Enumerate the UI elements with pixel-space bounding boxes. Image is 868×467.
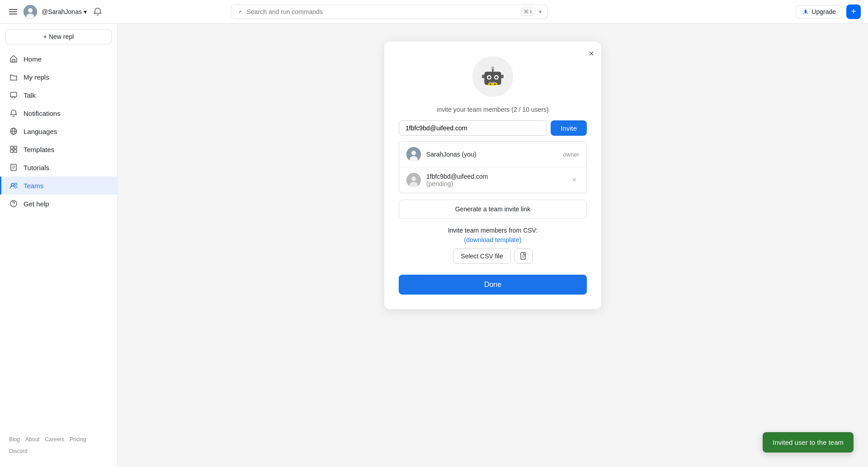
search-shortcut: ⌘ k [521, 8, 535, 16]
sidebar-item-label-get-help: Get help [24, 200, 49, 208]
svg-point-25 [489, 77, 490, 78]
robot-icon [472, 56, 513, 97]
csv-title: Invite team members from CSV: [399, 227, 587, 234]
close-icon: × [589, 48, 594, 58]
footer-link-careers[interactable]: Careers [45, 436, 64, 443]
question-icon [9, 199, 18, 208]
sidebar-item-label-notifications: Notifications [24, 110, 61, 117]
sidebar-item-my-repls[interactable]: My repls [0, 68, 117, 86]
sidebar-item-label-languages: Languages [24, 128, 57, 135]
csv-icon-button[interactable] [514, 248, 533, 264]
users-icon [9, 181, 18, 190]
sidebar-item-label-my-repls: My repls [24, 73, 49, 81]
topbar: @SarahJonas ▾ ⌘ k ▾ Upgrade [0, 0, 868, 24]
sidebar-item-templates[interactable]: Templates [0, 140, 117, 158]
upgrade-button[interactable]: Upgrade [796, 5, 843, 19]
shortcut-k: k [530, 9, 533, 15]
sidebar-item-notifications[interactable]: Notifications [0, 104, 117, 122]
toast-notification: Invited user to the team [763, 432, 854, 453]
member-avatar-pending [406, 173, 421, 187]
svg-point-19 [13, 205, 14, 206]
csv-file-icon [519, 252, 528, 260]
svg-rect-8 [10, 92, 17, 97]
svg-rect-7 [12, 59, 15, 62]
svg-rect-1 [9, 11, 17, 12]
svg-point-29 [491, 67, 494, 69]
search-expand-icon: ▾ [539, 9, 542, 15]
search-input[interactable] [247, 8, 517, 15]
svg-point-17 [15, 183, 17, 186]
footer-link-about[interactable]: About [25, 436, 39, 443]
svg-rect-30 [482, 75, 485, 78]
user-avatar [24, 5, 37, 19]
robot-avatar-container [399, 56, 587, 97]
svg-rect-34 [494, 84, 496, 85]
pending-email: 1fbfc9bd@uifeed.com [426, 173, 488, 180]
book-icon [9, 163, 18, 172]
notifications-bell-button[interactable] [91, 5, 104, 18]
shortcut-cmd: ⌘ [524, 9, 529, 15]
search-bar[interactable]: ⌘ k ▾ [231, 5, 547, 19]
robot-face-icon [479, 63, 506, 90]
csv-section: Invite team members from CSV: (download … [399, 227, 587, 264]
avatar-icon [24, 5, 37, 19]
csv-download-link[interactable]: (download template) [464, 236, 522, 243]
sidebar-item-talk[interactable]: Talk [0, 86, 117, 104]
invite-button[interactable]: Invite [551, 120, 587, 136]
invite-button-label: Invite [561, 124, 577, 132]
svg-point-6 [805, 12, 807, 14]
invite-input-row: Invite [399, 120, 587, 136]
sidebar-item-teams[interactable]: Teams [0, 176, 117, 195]
sidebar: + New repl Home My repls Talk Notifica [0, 24, 118, 467]
csv-download-label: (download template) [464, 236, 522, 243]
upgrade-label: Upgrade [811, 8, 836, 15]
select-csv-label: Select CSV file [461, 253, 503, 260]
generate-link-label: Generate a team invite link [455, 205, 531, 213]
svg-rect-2 [9, 14, 17, 14]
svg-point-26 [496, 77, 497, 78]
hamburger-icon [9, 8, 17, 16]
svg-rect-33 [490, 84, 491, 85]
svg-point-36 [411, 151, 416, 155]
new-repl-button[interactable]: + New repl [5, 29, 112, 44]
footer-link-blog[interactable]: Blog [9, 436, 20, 443]
select-csv-file-button[interactable]: Select CSV file [453, 248, 510, 264]
rocket-icon [802, 9, 809, 15]
member-name: SarahJonas (you) [426, 151, 558, 158]
svg-rect-11 [10, 146, 13, 149]
pending-label: (pending) [426, 180, 453, 187]
hamburger-button[interactable] [7, 6, 19, 18]
main-layout: + New repl Home My repls Talk Notifica [0, 24, 868, 467]
svg-rect-14 [14, 150, 17, 152]
sidebar-item-tutorials[interactable]: Tutorials [0, 158, 117, 176]
main-content: × [118, 24, 868, 467]
new-repl-plus-button[interactable]: + [846, 5, 861, 19]
member-role: owner [563, 151, 579, 158]
invite-dialog: × [384, 42, 601, 309]
svg-point-39 [411, 176, 416, 181]
invite-email-input[interactable] [399, 120, 547, 136]
sidebar-item-languages[interactable]: Languages [0, 122, 117, 140]
members-list: SarahJonas (you) owner 1fbfc9bd@uifeed.c… [399, 141, 587, 193]
csv-buttons-row: Select CSV file [399, 248, 587, 264]
topbar-left: @SarahJonas ▾ [7, 5, 104, 19]
done-button[interactable]: Done [399, 275, 587, 295]
sidebar-item-label-teams: Teams [24, 182, 43, 190]
folder-icon [9, 72, 18, 81]
sidebar-item-home[interactable]: Home [0, 50, 117, 68]
invite-title: invite your team members (2 / 10 users) [399, 106, 587, 113]
home-icon [9, 54, 18, 63]
dialog-close-button[interactable]: × [589, 49, 594, 58]
grid-icon [9, 145, 18, 154]
sidebar-item-get-help[interactable]: Get help [0, 195, 117, 213]
remove-pending-member-button[interactable]: × [570, 175, 579, 185]
plus-icon: + [851, 6, 856, 17]
member-avatar-icon [406, 147, 421, 162]
username-button[interactable]: @SarahJonas ▾ [42, 8, 87, 15]
generate-invite-link-button[interactable]: Generate a team invite link [399, 200, 587, 219]
member-row: SarahJonas (you) owner [399, 142, 586, 167]
svg-rect-31 [501, 75, 504, 78]
footer-link-discord[interactable]: Discord [9, 448, 28, 454]
footer-link-pricing[interactable]: Pricing [70, 436, 86, 443]
member-avatar [406, 147, 421, 162]
